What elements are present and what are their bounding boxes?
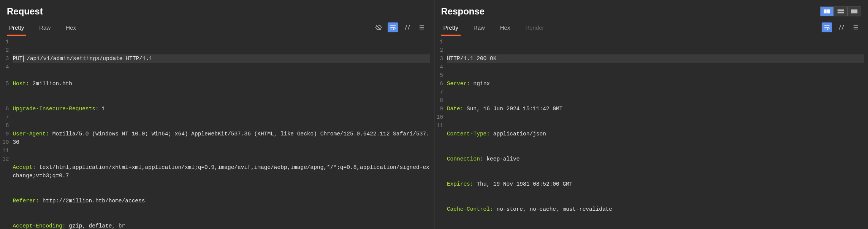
wrap-lines-icon[interactable] xyxy=(388,22,398,32)
request-line-4[interactable]: User-Agent: Mozilla/5.0 (Windows NT 10.0… xyxy=(13,130,430,146)
layout-single-button[interactable] xyxy=(847,6,861,16)
response-pane: Response Pretty Raw Hex Render xyxy=(434,0,868,229)
hamburger-menu-icon[interactable] xyxy=(851,22,861,32)
tab-hex[interactable]: Hex xyxy=(63,21,78,36)
request-toolbar xyxy=(373,22,427,34)
svg-rect-2 xyxy=(838,10,844,11)
tab-pretty[interactable]: Pretty xyxy=(441,21,461,36)
request-line-6[interactable]: Referer: http://2million.htb/home/access xyxy=(13,197,430,205)
response-gutter: 1 2 3 4 5 6 7 8 9 10 11 xyxy=(434,36,447,229)
request-line-2[interactable]: Host: 2million.htb xyxy=(13,80,430,88)
request-header: Request xyxy=(0,0,434,18)
tab-pretty[interactable]: Pretty xyxy=(7,21,26,36)
response-line-2[interactable]: Server: nginx xyxy=(447,80,864,88)
response-toolbar xyxy=(822,22,861,34)
app-root: Request Pretty Raw Hex xyxy=(0,0,868,229)
request-editor[interactable]: 1 2 3 4 5 6 7 8 9 10 11 12 PUT /api/v1/a… xyxy=(0,36,434,229)
request-pane: Request Pretty Raw Hex xyxy=(0,0,434,229)
layout-stacked-button[interactable] xyxy=(834,6,847,16)
request-line-7[interactable]: Accept-Encoding: gzip, deflate, br xyxy=(13,222,430,229)
request-code[interactable]: PUT /api/v1/admin/settings/update HTTP/1… xyxy=(13,36,434,229)
request-line-3[interactable]: Upgrade-Insecure-Requests: 1 xyxy=(13,105,430,113)
response-line-3[interactable]: Date: Sun, 16 Jun 2024 15:11:42 GMT xyxy=(447,105,864,113)
tab-render[interactable]: Render xyxy=(523,21,546,36)
show-nonprintables-icon[interactable] xyxy=(402,22,413,32)
svg-rect-1 xyxy=(827,10,830,14)
request-tabs-row: Pretty Raw Hex xyxy=(0,21,434,36)
wrap-lines-icon[interactable] xyxy=(822,22,832,32)
response-line-1[interactable]: HTTP/1.1 200 OK xyxy=(447,54,864,63)
response-tabs-row: Pretty Raw Hex Render xyxy=(434,21,868,36)
response-line-4[interactable]: Content-Type: application/json xyxy=(447,130,864,138)
hamburger-menu-icon[interactable] xyxy=(417,22,427,32)
response-line-6[interactable]: Expires: Thu, 19 Nov 1981 08:52:00 GMT xyxy=(447,180,864,188)
svg-rect-4 xyxy=(851,10,858,14)
request-line-1[interactable]: PUT /api/v1/admin/settings/update HTTP/1… xyxy=(13,54,430,63)
response-tabs: Pretty Raw Hex Render xyxy=(441,21,546,36)
response-editor[interactable]: 1 2 3 4 5 6 7 8 9 10 11 HTTP/1.1 200 OK … xyxy=(434,36,868,229)
svg-rect-0 xyxy=(824,10,827,14)
tab-raw[interactable]: Raw xyxy=(471,21,487,36)
tab-hex[interactable]: Hex xyxy=(498,21,513,36)
request-line-5[interactable]: Accept: text/html,application/xhtml+xml,… xyxy=(13,163,430,180)
response-title: Response xyxy=(441,3,485,18)
layout-side-by-side-button[interactable] xyxy=(820,6,834,16)
request-gutter: 1 2 3 4 5 6 7 8 9 10 11 12 xyxy=(0,36,13,229)
response-line-7[interactable]: Cache-Control: no-store, no-cache, must-… xyxy=(447,205,864,213)
response-header: Response xyxy=(434,0,868,18)
layout-toggle xyxy=(820,6,861,16)
response-code[interactable]: HTTP/1.1 200 OK Server: nginx Date: Sun,… xyxy=(447,36,868,229)
show-nonprintables-icon[interactable] xyxy=(836,22,847,32)
request-tabs: Pretty Raw Hex xyxy=(7,21,78,36)
response-line-5[interactable]: Connection: keep-alive xyxy=(447,155,864,163)
svg-rect-3 xyxy=(838,12,844,14)
visibility-off-icon[interactable] xyxy=(373,22,384,32)
tab-raw[interactable]: Raw xyxy=(37,21,53,36)
request-title: Request xyxy=(7,3,43,18)
